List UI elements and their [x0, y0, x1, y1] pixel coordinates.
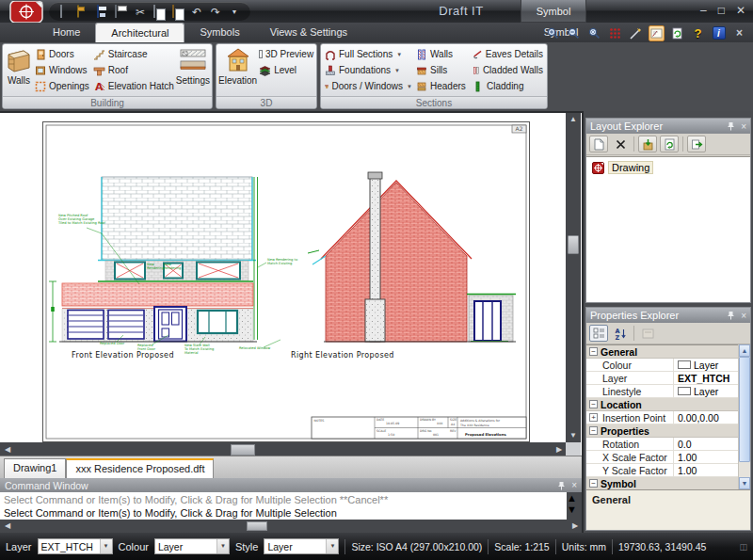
windows-button[interactable]: Windows [33, 62, 91, 78]
scroll-right-icon[interactable]: ▶ [569, 520, 582, 533]
properties-explorer-close-icon[interactable]: × [741, 311, 746, 321]
zoom-in-icon[interactable] [545, 25, 561, 41]
property-row[interactable]: +Insertion Point0.00,0.00 [586, 411, 750, 424]
alphabetical-sort-icon[interactable]: AZ [611, 325, 630, 342]
layer-dropdown-icon[interactable]: ▼ [100, 539, 112, 553]
sections-doors-windows-button[interactable]: Doors / Windows▼ [323, 78, 414, 94]
context-tab-symbol[interactable]: Symbol [521, 0, 586, 23]
roof-button[interactable]: Roof [91, 62, 176, 78]
cut-icon[interactable]: ✂ [134, 6, 147, 19]
eaves-details-button[interactable]: Eaves Details [471, 46, 545, 62]
command-scroll-thumb[interactable] [247, 521, 267, 531]
insert-layout-icon[interactable] [687, 136, 706, 152]
refresh-layout-icon[interactable] [660, 136, 679, 152]
layer-select[interactable]: EXT_HTCH▼ [38, 538, 113, 554]
new-document-icon[interactable] [58, 6, 72, 19]
cladded-walls-button[interactable]: Cladded Walls [471, 62, 545, 78]
new-layout-icon[interactable] [589, 136, 608, 152]
expand-toggle-icon[interactable]: + [589, 413, 598, 422]
layout-explorer-titlebar[interactable]: Layout Explorer × [586, 119, 750, 134]
refresh-icon[interactable] [669, 25, 685, 41]
minimize-button[interactable]: – [700, 4, 707, 17]
property-row[interactable]: Rotation0.0 [586, 438, 750, 451]
colour-select[interactable]: Layer▼ [154, 538, 230, 554]
cladding-button[interactable]: Cladding [471, 78, 545, 94]
expand-toggle-icon[interactable]: − [589, 400, 598, 408]
sections-doors-windows-dropdown-icon[interactable]: ▼ [407, 84, 412, 89]
delete-layout-icon[interactable] [611, 136, 630, 152]
property-category-row[interactable]: −Properties [586, 424, 750, 438]
maximize-button[interactable]: □ [718, 4, 725, 17]
property-row[interactable]: ColourLayer [586, 359, 750, 372]
doors-button[interactable]: Doors [33, 46, 91, 62]
elevation-hatch-button[interactable]: A Elevation Hatch [91, 78, 176, 94]
active-tool-icon[interactable] [649, 25, 665, 41]
elevation-button[interactable]: Elevation [218, 45, 257, 95]
style-select[interactable]: Layer▼ [264, 538, 339, 554]
undo-icon[interactable]: ↶ [190, 6, 203, 19]
command-window-titlebar[interactable]: Command Window × [0, 478, 582, 492]
layout-tree-item-drawing[interactable]: Drawing [592, 161, 750, 174]
property-row[interactable]: X Scale Factor1.00 [586, 451, 750, 464]
copy-icon[interactable] [152, 6, 166, 19]
scroll-down-icon[interactable]: ▼ [566, 429, 581, 442]
close-button[interactable]: ✕ [736, 4, 745, 17]
paste-icon[interactable] [171, 6, 184, 19]
tab-symbols[interactable]: Symbols [184, 23, 254, 42]
horizontal-scroll-thumb[interactable] [231, 444, 255, 456]
scroll-down-icon[interactable]: ▼ [739, 477, 750, 489]
scroll-left-icon[interactable]: ◀ [0, 520, 15, 533]
command-window-close-icon[interactable]: × [571, 480, 577, 490]
headers-button[interactable]: Headers [414, 78, 471, 94]
categorized-view-icon[interactable] [589, 325, 608, 342]
staircase-button[interactable]: Staircase [91, 46, 176, 62]
resize-grip[interactable]: ◫ [739, 542, 747, 552]
layout-explorer-close-icon[interactable]: × [741, 121, 746, 132]
tab-home[interactable]: Home [38, 23, 95, 42]
property-row[interactable]: LayerEXT_HTCH [586, 372, 750, 385]
property-category-row[interactable]: −Symbol [586, 477, 750, 489]
properties-scroll-thumb[interactable] [739, 357, 750, 462]
pin-icon[interactable] [727, 121, 735, 131]
3d-preview-checkbox[interactable]: 3D Preview [257, 46, 315, 62]
doc-tab-drawing1[interactable]: Drawing1 [4, 458, 66, 478]
save-icon[interactable] [96, 6, 109, 19]
sections-walls-button[interactable]: Walls [414, 46, 471, 62]
full-sections-button[interactable]: Full Sections▼ [323, 46, 414, 62]
tab-views-settings[interactable]: Views & Settings [255, 23, 362, 42]
canvas-vertical-scrollbar[interactable]: ▲ ▼ [566, 113, 581, 442]
properties-scrollbar[interactable]: ▲ ▼ [738, 344, 750, 489]
help-icon[interactable]: ? [690, 25, 706, 41]
qat-dropdown-icon[interactable]: ▼ [228, 6, 241, 19]
foundations-dropdown-icon[interactable]: ▼ [394, 68, 400, 73]
scroll-up-icon[interactable]: ▲ [566, 113, 581, 126]
drawing-paper[interactable]: A2 [42, 121, 530, 442]
zoom-out-icon[interactable] [566, 25, 582, 41]
settings-button[interactable]: Settings [176, 45, 210, 95]
command-horizontal-scrollbar[interactable]: ◀ ▶ [0, 520, 582, 533]
property-row[interactable]: LinestyleLayer [586, 385, 750, 398]
colour-dropdown-icon[interactable]: ▼ [216, 539, 229, 553]
sills-button[interactable]: Sills [414, 62, 471, 78]
full-sections-dropdown-icon[interactable]: ▼ [396, 52, 402, 57]
command-vertical-scrollbar[interactable]: ▲ ▼ [567, 492, 582, 520]
snap-icon[interactable] [628, 25, 644, 41]
level-button[interactable]: Level [257, 62, 315, 78]
vertical-scroll-thumb[interactable] [568, 235, 579, 254]
tab-architectural[interactable]: Architectural [95, 23, 184, 42]
doc-tab-residence[interactable]: xxx Residence Proposed.dft [66, 458, 214, 478]
grid-icon[interactable] [607, 25, 623, 41]
property-category-row[interactable]: −Location [586, 398, 750, 411]
openings-button[interactable]: Openings [33, 78, 91, 94]
pin-icon[interactable] [557, 481, 566, 490]
property-category-row[interactable]: −General [586, 345, 750, 359]
info-icon[interactable]: i [711, 25, 727, 41]
app-logo-icon[interactable] [8, 1, 45, 23]
redo-icon[interactable]: ↷ [209, 6, 222, 19]
drawing-canvas[interactable]: A2 [0, 111, 582, 456]
foundations-button[interactable]: Foundations▼ [323, 62, 414, 78]
expand-toggle-icon[interactable]: − [589, 426, 598, 435]
expand-toggle-icon[interactable]: − [589, 347, 598, 356]
scroll-down-icon[interactable]: ▼ [567, 504, 577, 515]
style-dropdown-icon[interactable]: ▼ [326, 539, 338, 553]
